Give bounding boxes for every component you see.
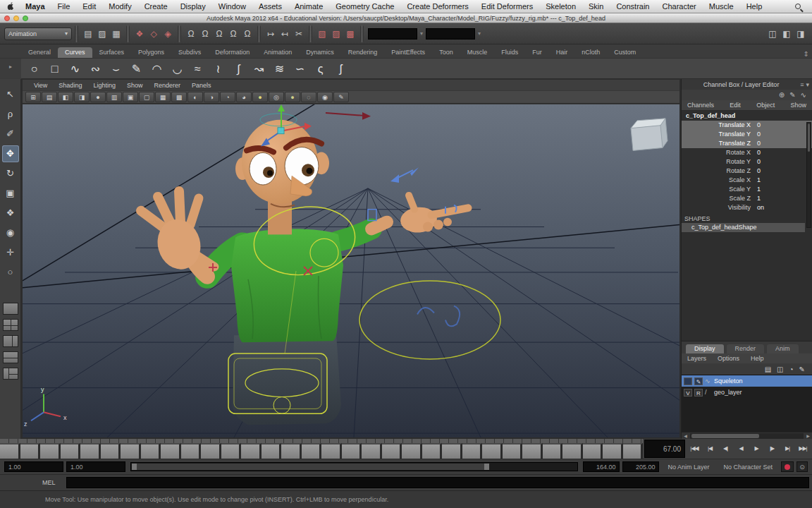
scroll-left-icon[interactable]: ◀: [682, 433, 689, 438]
shelf-tab-rendering[interactable]: Rendering: [341, 47, 385, 58]
bezier-curve-tool-icon[interactable]: ⌣: [106, 60, 126, 78]
channel-attr-translate-z[interactable]: Translate Z0: [682, 139, 812, 148]
camera-attributes-icon[interactable]: ◧: [58, 92, 73, 102]
new-layer-from-selected-icon[interactable]: ◫: [777, 365, 783, 373]
ipr-render-icon[interactable]: ▨: [329, 27, 343, 41]
channel-attr-rotate-x[interactable]: Rotate X0: [682, 148, 812, 157]
shelf-tab-general[interactable]: General: [21, 47, 58, 58]
time-slider-ticks[interactable]: [0, 439, 643, 459]
select-camera-icon[interactable]: ⊞: [25, 92, 41, 102]
select-tool[interactable]: ↖: [2, 86, 19, 103]
new-scene-icon[interactable]: ▤: [81, 27, 95, 41]
step-back-frame-button[interactable]: ◀|: [718, 441, 733, 456]
layer-type-icon[interactable]: ∿: [705, 377, 712, 385]
rotate-tool[interactable]: ↻: [2, 165, 19, 182]
textured-icon[interactable]: ▩: [171, 92, 187, 102]
2d-pan-zoom-icon[interactable]: ▥: [106, 92, 122, 102]
curve-fillet-icon[interactable]: ς: [310, 60, 331, 78]
menu-muscle[interactable]: Muscle: [703, 0, 740, 13]
channel-attr-scale-z[interactable]: Scale Z1: [682, 194, 812, 203]
right-forearm[interactable]: [371, 222, 387, 229]
shelf-tab-muscle[interactable]: Muscle: [460, 47, 495, 58]
extend-curve-icon[interactable]: ↝: [249, 60, 269, 78]
all-lights-icon[interactable]: ●: [285, 92, 300, 102]
nurbs-square-icon[interactable]: □: [44, 60, 65, 78]
soft-modification-tool[interactable]: ◉: [2, 224, 19, 241]
paint-select-tool[interactable]: ✐: [2, 126, 19, 143]
animation-preferences-button[interactable]: ⊙: [796, 461, 808, 472]
shape-node-row[interactable]: c_Top_def_headShape: [682, 223, 805, 232]
step-forward-frame-button[interactable]: |▶: [764, 441, 780, 456]
channel-attr-translate-y[interactable]: Translate Y0: [682, 130, 812, 139]
oversampling-icon[interactable]: ▣: [123, 92, 138, 102]
shelf-tab-fur[interactable]: Fur: [525, 47, 549, 58]
spotlight-search-icon[interactable]: [795, 4, 801, 9]
play-forwards-button[interactable]: ▶: [749, 441, 764, 456]
window-titlebar[interactable]: Autodesk Maya 2012 x64 - Educational Ver…: [0, 13, 812, 23]
attr-value[interactable]: 0: [755, 157, 812, 167]
reference-cube[interactable]: [631, 119, 668, 151]
frame-blocks[interactable]: [0, 443, 643, 459]
panel-menu-icon[interactable]: ≡: [800, 81, 804, 88]
shelf-tab-toon[interactable]: Toon: [432, 47, 460, 58]
panel-menu-lighting[interactable]: Lighting: [87, 82, 121, 89]
go-to-start-button[interactable]: |◀◀: [687, 441, 702, 456]
layout-persp-graph[interactable]: [3, 351, 18, 363]
layer-tab-render[interactable]: Render: [727, 344, 765, 353]
shelf-tab-custom[interactable]: Custom: [607, 47, 643, 58]
shelf-tab-deformation[interactable]: Deformation: [208, 47, 257, 58]
shelf-tab-surfaces[interactable]: Surfaces: [92, 47, 132, 58]
layer-name[interactable]: Squeleton: [714, 377, 743, 385]
attr-value[interactable]: 1: [755, 194, 812, 203]
character-shirt[interactable]: [231, 229, 343, 343]
collapse-panel-icon[interactable]: ▾: [806, 81, 809, 88]
xray-icon[interactable]: ◌: [301, 92, 316, 102]
auto-keyframe-button[interactable]: [781, 461, 794, 472]
menu-create[interactable]: Create: [138, 0, 174, 13]
range-start-handle[interactable]: [132, 464, 137, 470]
motion-blur-icon[interactable]: ◕: [236, 92, 252, 102]
layer-row-squeleton[interactable]: ✎∿Squeleton: [682, 375, 812, 387]
new-empty-layer-icon[interactable]: ▤: [765, 365, 771, 373]
snap-curve-icon[interactable]: Ω: [198, 27, 212, 41]
playback-start-field[interactable]: 1.00: [66, 461, 125, 472]
quick-selection-field[interactable]: [368, 28, 417, 40]
detach-curves-icon[interactable]: ≀: [208, 60, 228, 78]
layer-tab-display[interactable]: Display: [686, 344, 724, 353]
attach-curves-icon[interactable]: ≈: [187, 60, 208, 78]
channel-speed-icon[interactable]: ⊕: [779, 91, 785, 99]
shelf-tab-polygons[interactable]: Polygons: [131, 47, 171, 58]
use-lighting-icon[interactable]: ◐: [187, 92, 203, 102]
shelf-tab-fluids[interactable]: Fluids: [494, 47, 525, 58]
shelf-tab-animation[interactable]: Animation: [257, 47, 299, 58]
layer-menu-options[interactable]: Options: [718, 355, 751, 362]
channel-graph-icon[interactable]: ∿: [801, 91, 806, 99]
close-window-button[interactable]: [4, 16, 10, 21]
sphere-layer-icon[interactable]: ◔: [789, 365, 794, 373]
scale-tool[interactable]: ▣: [2, 185, 19, 202]
universal-manipulator-tool[interactable]: ❖: [2, 205, 19, 222]
move-tool[interactable]: ✥: [2, 145, 19, 162]
panel-menu-show[interactable]: Show: [121, 82, 149, 89]
channel-manip-icon[interactable]: ✎: [789, 91, 795, 99]
play-backwards-button[interactable]: ◀: [733, 441, 749, 456]
shelf-tab-icon[interactable]: ▸: [9, 64, 12, 70]
command-input-field[interactable]: [66, 477, 809, 488]
snap-projected-center-icon[interactable]: Ω: [226, 27, 240, 41]
zoom-window-button[interactable]: [23, 16, 28, 21]
layer-type-icon[interactable]: /: [705, 389, 712, 396]
channel-attr-scale-x[interactable]: Scale X1: [682, 176, 812, 185]
add-points-tool-icon[interactable]: ʃ: [331, 60, 351, 78]
perspective-viewport-panel[interactable]: ViewShadingLightingShowRendererPanels ⊞▤…: [21, 79, 681, 439]
range-end-handle[interactable]: [484, 464, 489, 470]
go-to-end-button[interactable]: ▶▶|: [795, 441, 811, 456]
menu-skeleton[interactable]: Skeleton: [539, 0, 582, 13]
grease-pencil-icon[interactable]: ✎: [333, 92, 349, 102]
apple-logo-icon[interactable]: [7, 2, 15, 11]
menu-animate[interactable]: Animate: [288, 0, 329, 13]
channel-attr-visibility[interactable]: Visibilityon: [682, 203, 812, 212]
playback-end-field[interactable]: 164.00: [583, 461, 620, 472]
channelbox-menu-edit[interactable]: Edit: [730, 102, 741, 109]
smooth-shade-icon[interactable]: ▦: [155, 92, 171, 102]
rebuild-curve-icon[interactable]: ∽: [290, 60, 310, 78]
